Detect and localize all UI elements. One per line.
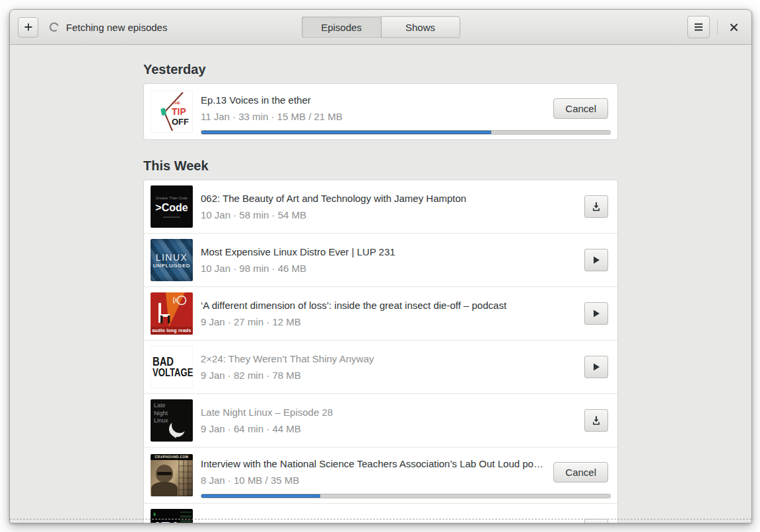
download-icon [591,201,602,212]
cancel-button[interactable]: Cancel [553,98,608,119]
episode-title: ‘A different dimension of loss’: inside … [201,298,576,312]
close-button[interactable] [725,18,742,36]
episode-title: 062: The Beauty of Art and Technology wi… [201,191,576,205]
download-progress-fill [201,131,491,134]
cover-greater-than-code: Greater Than Code >Code [151,185,193,228]
episode-top: 2×24: They Weren’t That Shiny Anyway 9 J… [201,352,608,382]
episode-text: 2×24: They Weren’t That Shiny Anyway 9 J… [201,352,576,382]
plus-icon [23,22,34,32]
episode-meta: 9 Jan · 82 min · 78 MB [201,369,576,382]
episode-row[interactable]: THE TIP OFF Ep.13 Voices in the ether 11… [144,84,617,139]
play-button[interactable] [584,302,608,325]
episode-title: 2×24: They Weren’t That Shiny Anyway [201,352,576,366]
episode-card: THE TIP OFF Ep.13 Voices in the ether 11… [143,83,618,140]
episode-text: Most Expensive Linux Distro Ever | LUP 2… [201,245,576,275]
menu-button[interactable] [687,16,710,38]
episode-title: Bot or Not [201,521,576,523]
episode-meta: 10 Jan · 98 min · 46 MB [201,262,576,275]
episode-row[interactable]: audio long reads ‘A different dimension … [144,286,617,340]
logo-text: BAD [153,356,186,368]
logo-text: TIP [172,106,186,117]
cover-the-tip-off: THE TIP OFF [151,90,193,133]
logo-text: audio long reads [151,327,193,335]
play-icon [592,309,601,318]
play-button[interactable] [584,356,608,378]
logo-text: >Code [155,202,188,214]
episode-text: 062: The Beauty of Art and Technology wi… [201,191,576,222]
episode-section: Yesterday THE TIP OFF Ep.13 Voices in th… [143,61,618,140]
episode-main: ‘A different dimension of loss’: inside … [201,287,608,340]
episode-text: Interview with the National Science Teac… [201,457,545,487]
episode-meta: 11 Jan · 33 min · 15 MB / 21 MB [201,110,545,123]
cover-irl: › IRL [151,509,193,523]
episode-title: Interview with the National Science Teac… [201,457,545,471]
episode-meta: 9 Jan · 27 min · 12 MB [201,316,576,329]
spinner-icon [49,22,59,32]
scroll-undershoot-indicator [10,519,751,519]
episode-row[interactable]: Late Night Linux Late Night Linux – Epis… [144,393,617,447]
play-button[interactable] [584,249,608,271]
add-podcast-button[interactable] [18,17,38,38]
logo-decoration [157,472,172,475]
episode-row[interactable]: CRAPHOUND.COM Interview with the Nationa… [144,447,617,503]
logo-text: CRAPHOUND.COM [151,454,193,460]
tab-shows[interactable]: Shows [381,17,460,38]
episodes-view: Yesterday THE TIP OFF Ep.13 Voices in th… [10,45,751,523]
logo-text: LINUX [156,252,188,263]
headerbar-separator [717,20,718,34]
episode-title: Most Expensive Linux Distro Ever | LUP 2… [201,245,576,259]
download-progress-fill [201,494,320,498]
episode-text: Ep.13 Voices in the ether 11 Jan · 33 mi… [201,93,545,123]
episode-top: ‘A different dimension of loss’: inside … [201,298,608,329]
headerbar: Fetching new episodes Episodes Shows [10,10,751,45]
episode-main: Late Night Linux – Episode 28 9 Jan · 64… [201,394,608,447]
episode-meta: 8 Jan · 10 MB / 35 MB [201,474,545,487]
episode-top: Interview with the National Science Teac… [201,457,608,494]
episode-meta: 10 Jan · 58 min · 54 MB [201,209,576,222]
close-icon [730,23,738,32]
download-progress-bar [201,494,611,498]
episode-main: Most Expensive Linux Distro Ever | LUP 2… [201,234,608,286]
logo-text: OFF [172,117,189,127]
logo-decoration [151,482,178,496]
download-button[interactable] [584,195,608,218]
view-switcher: Episodes Shows [302,17,460,38]
episode-text: ‘A different dimension of loss’: inside … [201,298,576,329]
logo-decoration [163,216,180,218]
episode-text: Late Night Linux – Episode 28 9 Jan · 64… [201,405,576,436]
episode-top: Late Night Linux – Episode 28 9 Jan · 64… [201,405,608,436]
episode-title: Late Night Linux – Episode 28 [201,405,576,419]
cover-audio-long-reads: audio long reads [151,292,193,335]
section-title: Yesterday [143,61,618,78]
episode-row[interactable]: BAD VOLTAGE 2×24: They Weren’t That Shin… [144,340,617,393]
download-icon [591,415,602,426]
download-progress-bar [201,130,611,135]
section-title: This Week [143,157,618,174]
cover-craphound: CRAPHOUND.COM [151,454,193,496]
episode-row[interactable]: › IRL Bot or Not [144,503,617,523]
hamburger-icon [693,22,704,32]
episode-top: Ep.13 Voices in the ether 11 Jan · 33 mi… [201,93,608,130]
headerbar-right [687,16,751,38]
cancel-button[interactable]: Cancel [553,462,608,482]
episode-main: Bot or Not [201,504,608,523]
episode-top: 062: The Beauty of Art and Technology wi… [201,191,608,222]
logo-text: UNPLUGGED [153,263,191,269]
download-button[interactable] [584,409,608,432]
episode-row[interactable]: Greater Than Code >Code 062: The Beauty … [144,180,617,233]
app-window: Fetching new episodes Episodes Shows Yes… [9,9,752,523]
episode-meta: 9 Jan · 64 min · 44 MB [201,422,576,436]
episode-main: 2×24: They Weren’t That Shiny Anyway 9 J… [201,341,608,393]
cover-bad-voltage: BAD VOLTAGE [151,346,193,388]
tab-episodes[interactable]: Episodes [302,17,381,38]
episode-main: 062: The Beauty of Art and Technology wi… [201,180,608,233]
logo-text: › [153,510,156,517]
episode-main: Interview with the National Science Teac… [201,448,608,503]
episode-card: Greater Than Code >Code 062: The Beauty … [143,180,618,523]
episode-section: This Week Greater Than Code >Code 062: T… [143,157,618,523]
status-text: Fetching new episodes [66,22,167,33]
episode-text: Bot or Not [201,521,576,523]
play-icon [592,255,601,265]
episode-row[interactable]: LINUX UNPLUGGED Most Expensive Linux Dis… [144,233,617,286]
logo-text: THE [172,101,180,105]
